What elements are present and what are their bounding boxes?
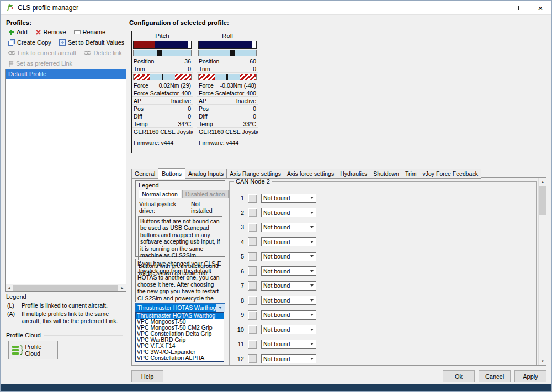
binding-dropdown[interactable]: Not bound bbox=[261, 281, 316, 291]
tab[interactable]: Axis Range settings bbox=[226, 169, 284, 179]
binding-dropdown[interactable]: Not bound bbox=[261, 194, 316, 203]
force-label: Force bbox=[134, 82, 148, 89]
grip-dropdown-option[interactable]: VPC MongoosT-50 CM2 Grip bbox=[136, 325, 224, 331]
roll-gauge-box: Roll Position60 Trim0 Force-0.03Nm (-48)… bbox=[197, 31, 258, 153]
temp-value: 33°C bbox=[243, 120, 256, 127]
scrollbar-thumb[interactable] bbox=[539, 186, 546, 215]
scroll-right-icon[interactable]: ► bbox=[119, 284, 126, 292]
can-button-row: 7 Not bound bbox=[230, 278, 536, 293]
window-bottom-strip bbox=[1, 384, 551, 391]
pitch-output-bar bbox=[133, 41, 192, 49]
tab[interactable]: Shutdown bbox=[370, 169, 402, 179]
horizontal-scrollbar[interactable]: ◄ ► bbox=[6, 284, 126, 291]
binding-value: Not bound bbox=[262, 312, 290, 318]
roll-output-bar bbox=[198, 41, 257, 49]
tab[interactable]: Buttons bbox=[158, 168, 185, 179]
profiles-toolbar-row-4: Set as preferred Link bbox=[8, 59, 72, 68]
tab[interactable]: Hydraulics bbox=[337, 169, 370, 179]
maximize-button[interactable] bbox=[511, 1, 530, 15]
remove-profile-button[interactable]: Remove bbox=[35, 29, 66, 35]
temp-label: Temp bbox=[199, 120, 213, 127]
joystick-button[interactable] bbox=[248, 266, 257, 276]
binding-value: Not bound bbox=[262, 326, 290, 333]
pos-label: Pos bbox=[199, 105, 209, 112]
scroll-left-icon[interactable]: ◄ bbox=[6, 284, 13, 292]
remove-label: Remove bbox=[44, 29, 66, 35]
joystick-button[interactable] bbox=[248, 325, 257, 334]
tab[interactable]: Analog Inputs bbox=[185, 169, 227, 179]
grip-dropdown-option[interactable]: VPC V.F.X F14 bbox=[136, 343, 224, 349]
help-button[interactable]: Help bbox=[131, 370, 163, 382]
joystick-button[interactable] bbox=[248, 194, 257, 203]
vertical-scrollbar[interactable]: ▲ ▼ bbox=[538, 178, 546, 365]
tab[interactable]: Trim bbox=[402, 169, 420, 179]
grip-select-dropdown[interactable]: Thrustmaster HOTAS Warthog bbox=[135, 303, 225, 312]
binding-dropdown[interactable]: Not bound bbox=[261, 223, 316, 232]
link-aircraft-button: Link to current aircraft bbox=[8, 50, 76, 56]
binding-dropdown[interactable]: Not bound bbox=[261, 296, 316, 305]
binding-dropdown[interactable]: Not bound bbox=[261, 354, 316, 363]
joystick-button[interactable] bbox=[248, 208, 257, 217]
tab[interactable]: General bbox=[131, 169, 158, 179]
binding-dropdown[interactable]: Not bound bbox=[261, 340, 316, 349]
joystick-button[interactable] bbox=[248, 223, 257, 232]
profile-cloud-button[interactable]: Profile Cloud bbox=[8, 341, 58, 359]
cancel-button[interactable]: Cancel bbox=[479, 370, 511, 382]
tab[interactable]: vJoy Force Feedback bbox=[420, 169, 481, 179]
binding-dropdown[interactable]: Not bound bbox=[261, 310, 316, 320]
close-icon: × bbox=[538, 3, 543, 13]
joystick-button[interactable] bbox=[248, 237, 257, 246]
scalefactor-value: 400 bbox=[181, 89, 191, 96]
virtual-driver-status: Not installed bbox=[191, 201, 221, 214]
binding-value: Not bound bbox=[262, 341, 290, 347]
joystick-button[interactable] bbox=[248, 296, 257, 305]
grip-dropdown-option[interactable]: VPC Constellation ALPHA bbox=[136, 355, 224, 361]
scrollbar-thumb[interactable] bbox=[13, 285, 118, 291]
binding-dropdown[interactable]: Not bound bbox=[261, 325, 316, 334]
binding-value: Not bound bbox=[262, 224, 290, 230]
can-node-title: CAN Node 2 bbox=[234, 178, 272, 185]
pos-label: Pos bbox=[134, 105, 144, 112]
trim-label: Trim bbox=[134, 65, 145, 72]
joystick-button[interactable] bbox=[248, 340, 257, 349]
apply-button[interactable]: Apply bbox=[514, 370, 546, 382]
close-button[interactable]: × bbox=[530, 1, 550, 15]
joystick-button[interactable] bbox=[248, 310, 257, 320]
create-copy-button[interactable]: Create Copy bbox=[8, 39, 51, 46]
grip-dropdown-option[interactable]: VPC MongoosT-50 bbox=[136, 319, 224, 325]
joystick-button[interactable] bbox=[248, 281, 257, 291]
binding-dropdown[interactable]: Not bound bbox=[261, 237, 316, 246]
set-default-values-label: Set to Default Values bbox=[68, 39, 125, 46]
force-value: -0.03Nm (-48) bbox=[220, 82, 256, 89]
legend-section-header: Legend bbox=[6, 293, 123, 300]
roll-force-bar bbox=[198, 74, 257, 80]
scroll-down-icon[interactable]: ▼ bbox=[539, 357, 546, 365]
scroll-up-icon[interactable]: ▲ bbox=[539, 178, 546, 186]
add-profile-button[interactable]: Add bbox=[8, 29, 28, 35]
rename-profile-button[interactable]: Rename bbox=[74, 29, 106, 35]
can-button-rows: 1 Not bound 2 Not bound 3 Not bound 4 No… bbox=[230, 182, 536, 366]
grip-dropdown-option[interactable]: VPC 3W-I/O-Expander bbox=[136, 349, 224, 355]
tab[interactable]: Axis force settings bbox=[284, 169, 337, 179]
binding-dropdown[interactable]: Not bound bbox=[261, 208, 316, 217]
minimize-button[interactable] bbox=[491, 1, 511, 15]
minimize-icon bbox=[498, 8, 503, 8]
ok-button[interactable]: Ok bbox=[443, 370, 475, 382]
profile-list-item[interactable]: Default Profile bbox=[6, 69, 126, 79]
temp-label: Temp bbox=[134, 120, 148, 127]
add-label: Add bbox=[17, 29, 28, 35]
profile-list[interactable]: ◄ ► Default Profile bbox=[5, 69, 126, 292]
grip-dropdown-option[interactable]: VPC WarBRD Grip bbox=[136, 337, 224, 343]
scalefactor-label: Force Scalefactor bbox=[134, 89, 179, 96]
set-default-values-button[interactable]: Set to Default Values bbox=[59, 39, 125, 46]
binding-dropdown[interactable]: Not bound bbox=[261, 266, 316, 276]
chevron-down-icon[interactable] bbox=[216, 304, 225, 312]
can-button-number: 1 bbox=[234, 195, 244, 201]
grip-dropdown-option[interactable]: Thrustmaster HOTAS Warthog bbox=[136, 313, 224, 319]
grip-selected-value: Thrustmaster HOTAS Warthog bbox=[136, 304, 216, 312]
joystick-button[interactable] bbox=[248, 354, 257, 363]
grip-dropdown-option[interactable]: VPC Constellation Delta Grip bbox=[136, 331, 224, 337]
binding-dropdown[interactable]: Not bound bbox=[261, 252, 316, 261]
binding-value: Not bound bbox=[262, 282, 290, 289]
joystick-button[interactable] bbox=[248, 252, 257, 261]
